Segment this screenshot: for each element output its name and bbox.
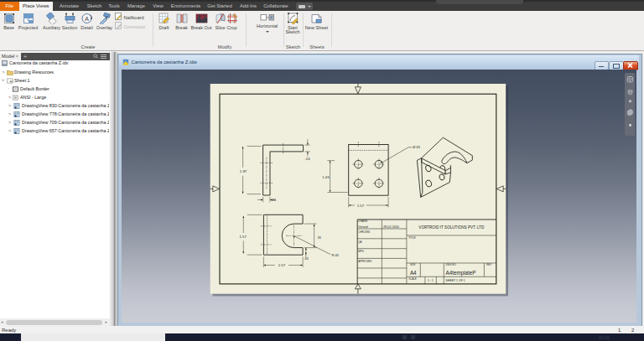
svg-text:Ø.33: Ø.33 xyxy=(413,145,421,149)
svg-text:Vortxid: Vortxid xyxy=(358,225,367,228)
svg-text:1 : 1: 1 : 1 xyxy=(428,279,434,282)
svg-text:SHEET 1 OF 1: SHEET 1 OF 1 xyxy=(446,279,465,282)
svg-text:.24: .24 xyxy=(305,157,311,161)
svg-text:SCALE: SCALE xyxy=(408,276,417,280)
svg-text:MFG: MFG xyxy=(358,250,364,253)
svg-text:REV: REV xyxy=(486,263,491,266)
svg-text:CHECKED: CHECKED xyxy=(358,230,370,234)
svg-text:1.97: 1.97 xyxy=(240,168,247,173)
svg-text:DWG NO: DWG NO xyxy=(446,263,457,266)
svg-text:QA: QA xyxy=(358,240,361,243)
svg-text:R.45: R.45 xyxy=(332,253,340,257)
svg-text:28-02-2020: 28-02-2020 xyxy=(383,225,399,228)
svg-text:1.57: 1.57 xyxy=(240,235,247,239)
svg-text:1.43: 1.43 xyxy=(322,175,330,179)
svg-text:A: A xyxy=(85,16,89,22)
svg-text:SIZE: SIZE xyxy=(410,263,415,266)
svg-text:A4: A4 xyxy=(410,270,417,276)
svg-text:1.57: 1.57 xyxy=(278,263,286,267)
svg-text:TITLE: TITLE xyxy=(408,236,416,240)
svg-text:1.57: 1.57 xyxy=(357,203,365,207)
svg-text:A4templateP: A4templateP xyxy=(446,270,476,276)
svg-text:APPROVED: APPROVED xyxy=(358,260,371,263)
svg-text:VORTROID IT SOLUTIONS PVT. LTD: VORTROID IT SOLUTIONS PVT. LTD xyxy=(418,225,485,230)
svg-text:.33: .33 xyxy=(304,256,308,261)
svg-text:DRAWN: DRAWN xyxy=(358,220,367,223)
svg-text:.91: .91 xyxy=(317,235,321,239)
svg-text:.24: .24 xyxy=(271,198,277,202)
